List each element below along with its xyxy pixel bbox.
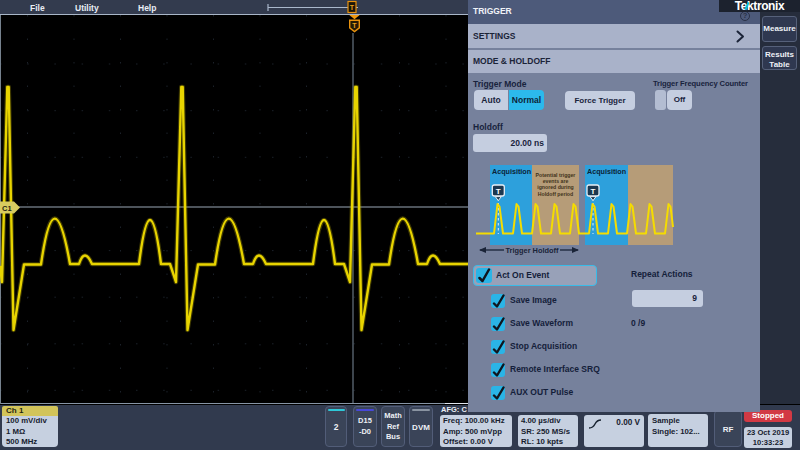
svg-text:T: T — [350, 4, 355, 11]
svg-text:T: T — [496, 187, 501, 196]
svg-text:T: T — [591, 187, 596, 196]
svg-text:T: T — [352, 22, 357, 29]
svg-text:Trigger Holdoff: Trigger Holdoff — [506, 246, 559, 255]
svg-text:C1: C1 — [2, 204, 12, 213]
